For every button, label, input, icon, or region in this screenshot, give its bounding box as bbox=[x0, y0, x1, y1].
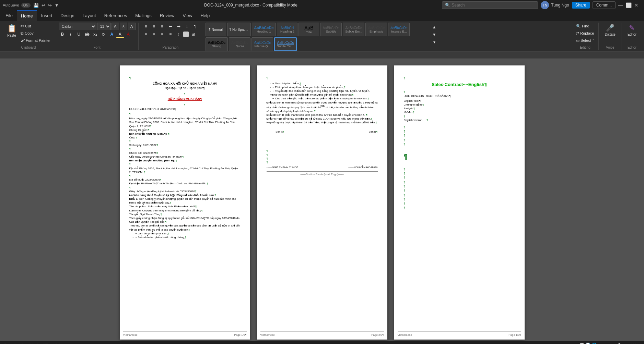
paste-button[interactable]: 📋 Paste bbox=[5, 23, 19, 39]
justify-button[interactable]: ≡ bbox=[167, 30, 174, 38]
style-normal[interactable]: ¶ Normal bbox=[206, 23, 226, 36]
replace-button[interactable]: ⇄ Replace bbox=[575, 30, 596, 37]
comments-button[interactable]: Comm... bbox=[593, 1, 616, 9]
style-no-spacing[interactable]: ¶ No Spac... bbox=[227, 23, 251, 36]
style-no-spacing-text: ¶ No Spac... bbox=[230, 28, 248, 32]
zoom-in-icon[interactable]: + bbox=[627, 343, 629, 344]
italic-button[interactable]: I bbox=[67, 30, 74, 38]
style-title[interactable]: AaB Title bbox=[298, 23, 319, 36]
zoom-control[interactable]: − + 100% bbox=[602, 343, 640, 344]
ribbon-toolbar: 📋 Paste ✂ Cut ⧉ Copy 🖌 Format Painter bbox=[0, 21, 644, 51]
font-row-1: Calibri 11 A A A bbox=[59, 23, 136, 30]
shading-button[interactable] bbox=[183, 32, 189, 37]
style-strong[interactable]: AaBbCcDc Strong bbox=[206, 37, 228, 51]
tab-review[interactable]: Review bbox=[156, 10, 179, 21]
page-2: ¶ - → Sao chép tác phẩm;¶ - → Phân phối,… bbox=[257, 65, 387, 340]
page1-body: Hôm nay, ngày 21/04/2018 tại Văn phòng l… bbox=[129, 116, 241, 239]
dictate-button[interactable]: 🎤 Dictate bbox=[602, 23, 618, 37]
clear-formatting-button[interactable]: A bbox=[128, 23, 136, 30]
font-family-select[interactable]: Calibri bbox=[59, 23, 96, 30]
clipboard-group: 📋 Paste ✂ Cut ⧉ Copy 🖌 Format Painter bbox=[2, 23, 55, 50]
page2-signatures: ----------Bên A¶ --------------------Bên… bbox=[267, 130, 378, 176]
find-button[interactable]: 🔍 Find bbox=[575, 23, 596, 29]
strikethrough-button[interactable]: ab bbox=[83, 30, 91, 38]
font-grow-button[interactable]: A bbox=[112, 23, 119, 30]
tab-home[interactable]: Home bbox=[17, 10, 37, 21]
format-painter-button[interactable]: 🖌 Format Painter bbox=[19, 37, 52, 44]
bold-button[interactable]: B bbox=[59, 30, 66, 38]
maximize-icon[interactable]: ⬜ bbox=[626, 2, 632, 8]
web-view-icon[interactable]: 🌐 bbox=[592, 343, 597, 344]
cut-button[interactable]: ✂ Cut bbox=[19, 23, 52, 29]
style-subtle-ref[interactable]: AaBbCcDc Subtle Ref... bbox=[274, 37, 297, 51]
show-marks-button[interactable]: ¶ bbox=[191, 23, 199, 30]
style-emphasis-text: AaBbCcDc bbox=[368, 26, 385, 30]
numbering-button[interactable]: ≡ bbox=[150, 23, 158, 30]
para-controls: ≡ ≡ ≡ ⬅ ➡ ↕ ¶ ≡ ≡ ≡ ≡ ↕ bbox=[142, 23, 199, 38]
style-quote[interactable]: AaBbCcDc Quote bbox=[229, 37, 250, 51]
align-left-button[interactable]: ≡ bbox=[142, 30, 150, 38]
search-input[interactable] bbox=[452, 3, 520, 8]
styles-more[interactable]: ▾ bbox=[431, 38, 438, 46]
read-view-icon[interactable]: 📖 bbox=[579, 343, 584, 344]
styles-scroll-down[interactable]: ▼ bbox=[431, 31, 438, 38]
underline-button[interactable]: U bbox=[75, 30, 83, 38]
font-size-select[interactable]: 11 bbox=[97, 23, 111, 30]
p1-gap: ¶ bbox=[129, 112, 241, 116]
text-effects-button[interactable]: A bbox=[108, 30, 116, 38]
tab-design[interactable]: Design bbox=[56, 10, 78, 21]
decrease-indent-button[interactable]: ⬅ bbox=[167, 23, 174, 30]
tab-mailings[interactable]: Mailings bbox=[131, 10, 156, 21]
superscript-button[interactable]: x² bbox=[100, 30, 107, 38]
tab-insert[interactable]: Insert bbox=[37, 10, 57, 21]
styles-scroll-up[interactable]: ▲ bbox=[431, 23, 438, 31]
align-center-button[interactable]: ≡ bbox=[150, 30, 158, 38]
minimize-icon[interactable]: — bbox=[618, 2, 623, 8]
increase-indent-button[interactable]: ➡ bbox=[175, 23, 183, 30]
style-subtitle[interactable]: AaBbCcDc Subtitle bbox=[320, 23, 342, 36]
borders-button[interactable]: ⊞ bbox=[189, 30, 197, 38]
autosave-toggle[interactable]: ON bbox=[21, 3, 31, 8]
dictate-label: Dictate bbox=[605, 33, 616, 36]
multilevel-button[interactable]: ≡ bbox=[159, 23, 166, 30]
tab-references[interactable]: References bbox=[100, 10, 131, 21]
print-view-icon[interactable]: 📄 bbox=[586, 343, 590, 344]
tab-help[interactable]: Help bbox=[196, 10, 214, 21]
style-heading2[interactable]: AaBbCcI Heading 2 bbox=[277, 23, 297, 36]
style-heading1[interactable]: AaBbCcDc Heading 1 bbox=[252, 23, 276, 36]
tab-layout[interactable]: Layout bbox=[79, 10, 100, 21]
paragraph-content: ≡ ≡ ≡ ⬅ ➡ ↕ ¶ ≡ ≡ ≡ ≡ ↕ bbox=[142, 23, 199, 45]
style-intense-e[interactable]: AaBbCcDc Intense E... bbox=[388, 23, 410, 36]
tab-view[interactable]: View bbox=[178, 10, 196, 21]
share-button[interactable]: Share bbox=[572, 2, 590, 9]
editor-button[interactable]: ✎ Editor bbox=[625, 23, 639, 37]
line-spacing-button[interactable]: ↕ bbox=[175, 30, 183, 38]
subscript-button[interactable]: x₂ bbox=[92, 30, 99, 38]
bullets-button[interactable]: ≡ bbox=[142, 23, 150, 30]
select-button[interactable]: ▭ Select ˅ bbox=[575, 37, 596, 44]
tab-file[interactable]: File bbox=[1, 10, 17, 21]
view-buttons[interactable]: 📖 📄 🌐 bbox=[579, 343, 597, 344]
clipboard-label: Clipboard bbox=[5, 45, 52, 50]
font-color-button[interactable]: A bbox=[125, 30, 132, 38]
style-subtle-em[interactable]: AaBbCcDc Subtle Em... bbox=[343, 23, 364, 36]
undo-icon[interactable]: ↩ bbox=[41, 2, 46, 9]
save-icon[interactable]: 💾 bbox=[33, 2, 39, 9]
more-quick-access-icon[interactable]: ▼ bbox=[54, 2, 60, 9]
highlight-button[interactable]: A bbox=[116, 30, 124, 38]
page3-more-marks: ¶ ¶ ¶ ¶ ¶ ¶ ¶ ¶ ¶ ¶ bbox=[404, 167, 515, 210]
search-bar[interactable]: 🔍 bbox=[442, 1, 538, 9]
redo-icon[interactable]: ↪ bbox=[47, 2, 52, 9]
align-right-button[interactable]: ≡ bbox=[159, 30, 166, 38]
close-icon[interactable]: ✕ bbox=[634, 2, 639, 8]
style-intense-q[interactable]: AaBbCcDc Intense Q... bbox=[251, 37, 273, 51]
signature-name-row: ------NGÔ THANH TÙNG◊ ------NGUYỄN HOÀNG… bbox=[267, 165, 378, 169]
zoom-out-icon[interactable]: − bbox=[602, 343, 604, 344]
zoom-level: 100% bbox=[630, 343, 640, 344]
font-shrink-button[interactable]: A bbox=[120, 23, 127, 30]
copy-button[interactable]: ⧉ Copy bbox=[19, 30, 52, 37]
style-emphasis[interactable]: AaBbCcDc Emphasis bbox=[365, 23, 387, 36]
document-area[interactable]: ¶ CỘNG HOÀ XÃ HỘI CHỦ NGHĨA VIỆT NAM¶ Độ… bbox=[0, 59, 644, 341]
para-row-1: ≡ ≡ ≡ ⬅ ➡ ↕ ¶ bbox=[142, 23, 199, 30]
sort-button[interactable]: ↕ bbox=[183, 23, 191, 30]
